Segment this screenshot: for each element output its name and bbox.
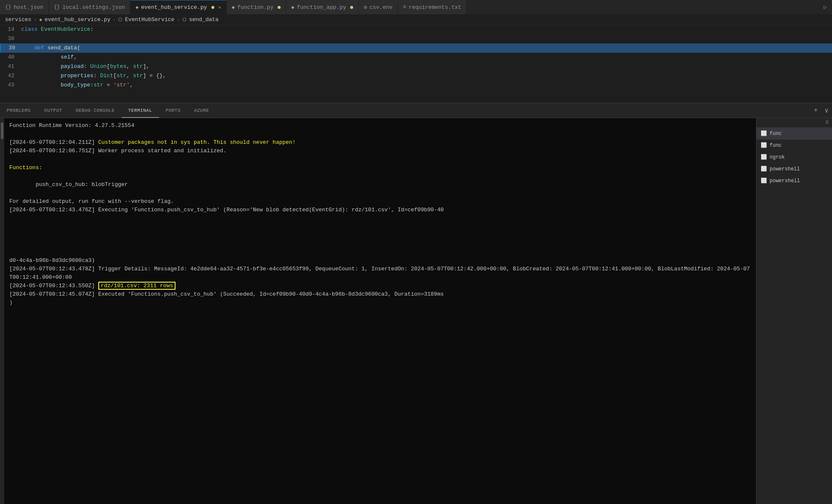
python-icon-2: ◈	[232, 4, 235, 11]
tab-ports-label: PORTS	[166, 108, 181, 113]
terminal-line-18: [2024-05-07T00:12:43.478Z] Trigger Detai…	[9, 265, 751, 282]
shell-powershell-2[interactable]: ⬜ powershell	[756, 175, 832, 187]
tab-debug-label: DEBUG CONSOLE	[76, 108, 114, 113]
breadcrumb-services[interactable]: services	[5, 16, 31, 23]
terminal-line-9	[9, 189, 751, 197]
line-content-39: def send_data(	[21, 43, 832, 53]
terminal-content[interactable]: Function Runtime Version: 4.27.5.21554 […	[4, 118, 756, 504]
terminal-line-10: For detailed output, run func with --ver…	[9, 197, 751, 206]
shell-icon-3: ⬜	[761, 154, 767, 160]
shell-label-1: func	[770, 131, 782, 137]
json-icon-2: {}	[54, 4, 60, 10]
tab-label: host.json	[14, 4, 43, 11]
code-line-38: 38	[0, 34, 832, 43]
tab-problems-label: PROBLEMS	[7, 108, 31, 113]
terminal-shell-list: ⬜ func ⬜ func ⬜ ngrok ⬜ powershell ⬜ p	[756, 128, 832, 504]
modified-dot-3	[350, 6, 353, 9]
json-icon: {}	[5, 4, 11, 10]
tab-terminal-label: TERMINAL	[128, 108, 152, 113]
code-line-39: 39 def send_data(	[0, 43, 832, 53]
panel-chevron-button[interactable]: ∨	[821, 103, 832, 118]
terminal-scroll-number: 0	[756, 118, 832, 128]
code-line-40: 40 self,	[0, 53, 832, 62]
terminal-line-15	[9, 240, 751, 248]
tab-function-app[interactable]: ◈ function_app.py	[286, 0, 359, 14]
breadcrumb: services › ◈ event_hub_service.py › ⬡ Ev…	[0, 15, 832, 25]
panel-add-button[interactable]: +	[810, 103, 821, 118]
terminal-line-17: d0-4c4a-b96b-8d3dc9600ca3)	[9, 256, 751, 265]
breadcrumb-sep-3: ›	[177, 17, 180, 22]
code-editor[interactable]: 14 class EventHubService: 38 39 def send…	[0, 25, 832, 103]
breadcrumb-file[interactable]: event_hub_service.py	[45, 16, 111, 23]
line-num-40: 40	[0, 53, 21, 62]
scrollbar[interactable]	[0, 118, 4, 504]
python-icon: ◈	[135, 4, 138, 11]
gear-icon: ⚙	[364, 4, 367, 11]
tab-function-py[interactable]: ◈ function.py	[227, 0, 286, 14]
code-line-42: 42 properties: Dict[str, str] = {},	[0, 71, 832, 81]
modified-dot-2	[278, 6, 281, 9]
breadcrumb-method[interactable]: send_data	[189, 16, 219, 23]
shell-func-2[interactable]: ⬜ func	[756, 140, 832, 151]
terminal-line-3: [2024-05-07T00:12:04.211Z] Customer pack…	[9, 138, 751, 147]
terminal-line-7	[9, 172, 751, 181]
tab-terminal[interactable]: TERMINAL	[122, 103, 159, 118]
terminal-line-11: [2024-05-07T00:12:43.476Z] Executing 'Fu…	[9, 206, 751, 214]
panel-tab-spacer	[216, 103, 810, 118]
close-icon[interactable]: ✕	[219, 5, 222, 10]
line-num-41: 41	[0, 62, 21, 71]
tab-event-hub-service[interactable]: ◈ event_hub_service.py ✕	[130, 0, 227, 14]
terminal-line-5	[9, 155, 751, 164]
tab-spacer	[467, 0, 818, 14]
line-num-42: 42	[0, 71, 21, 81]
shell-icon-1: ⬜	[761, 130, 767, 137]
breadcrumb-sep-2: ›	[113, 17, 116, 22]
shell-func-1[interactable]: ⬜ func	[756, 128, 832, 140]
line-num-38: 38	[0, 34, 21, 43]
terminal-line-13	[9, 223, 751, 231]
tab-host-json[interactable]: {} host.json	[0, 0, 49, 14]
panel: PROBLEMS OUTPUT DEBUG CONSOLE TERMINAL P…	[0, 103, 832, 504]
line-num-43: 43	[0, 81, 21, 90]
tab-local-settings[interactable]: {} local.settings.json	[49, 0, 131, 14]
line-num-14: 14	[0, 25, 21, 34]
highlighted-row-count: rdz/101.csv: 2311 rows	[98, 282, 176, 290]
breadcrumb-class[interactable]: EventHubService	[125, 16, 174, 23]
line-content-41: payload: Union[bytes, str],	[21, 62, 832, 71]
shell-label-4: powershell	[770, 166, 800, 172]
tab-ports[interactable]: PORTS	[159, 103, 188, 118]
code-lines: 14 class EventHubService: 38 39 def send…	[0, 25, 832, 90]
shell-label-3: ngrok	[770, 154, 785, 160]
tab-bar: {} host.json {} local.settings.json ◈ ev…	[0, 0, 832, 15]
terminal-line-14	[9, 231, 751, 240]
terminal-line-1: Function Runtime Version: 4.27.5.21554	[9, 121, 751, 130]
run-button[interactable]: ▷	[818, 0, 832, 14]
tab-problems[interactable]: PROBLEMS	[0, 103, 38, 118]
scrollbar-thumb	[1, 122, 3, 139]
terminal-line-8: push_csv_to_hub: blobTrigger	[9, 181, 751, 189]
line-content-43: body_type:str = 'str',	[21, 81, 832, 90]
file-icon: ≡	[403, 4, 406, 10]
tab-output[interactable]: OUTPUT	[38, 103, 69, 118]
terminal-line-19: [2024-05-07T00:12:43.550Z] rdz/101.csv: …	[9, 282, 751, 290]
terminal-line-16	[9, 248, 751, 256]
shell-label-2: func	[770, 143, 782, 148]
tab-debug-console[interactable]: DEBUG CONSOLE	[69, 103, 121, 118]
tab-label: requirements.txt	[409, 4, 462, 11]
tab-requirements[interactable]: ≡ requirements.txt	[398, 0, 467, 14]
tab-label: csv.env	[370, 4, 393, 11]
code-line-14: 14 class EventHubService:	[0, 25, 832, 34]
line-content-14: class EventHubService:	[21, 25, 832, 34]
terminal-line-2	[9, 130, 751, 138]
terminal-line-20: [2024-05-07T00:12:45.074Z] Executed 'Fun…	[9, 290, 751, 299]
terminal-line-21: )	[9, 299, 751, 307]
breadcrumb-method-icon: ⬡	[182, 17, 186, 22]
tab-csv-env[interactable]: ⚙ csv.env	[359, 0, 398, 14]
shell-powershell-1[interactable]: ⬜ powershell	[756, 163, 832, 175]
tab-label: local.settings.json	[62, 4, 125, 11]
breadcrumb-sep-1: ›	[34, 17, 37, 22]
code-line-41: 41 payload: Union[bytes, str],	[0, 62, 832, 71]
terminal-line-4: [2024-05-07T00:12:06.751Z] Worker proces…	[9, 147, 751, 155]
shell-ngrok[interactable]: ⬜ ngrok	[756, 151, 832, 163]
tab-azure[interactable]: AZURE	[187, 103, 216, 118]
